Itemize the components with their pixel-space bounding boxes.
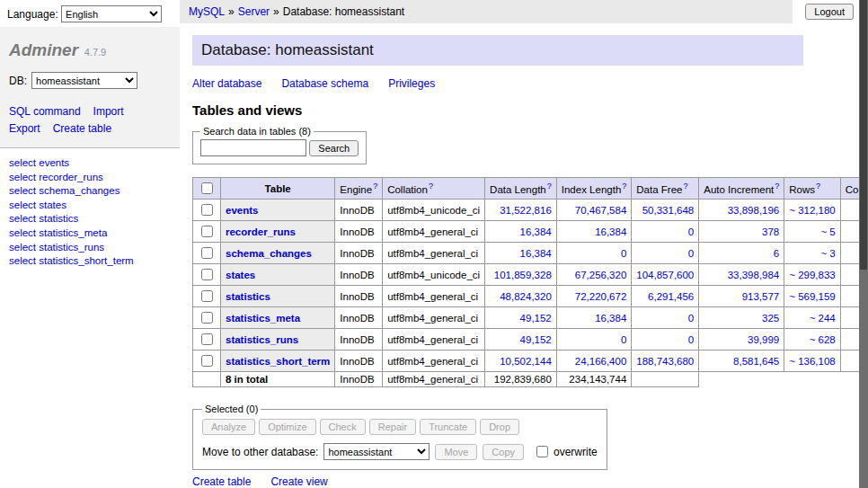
- cell-data-free: 6,291,456: [632, 286, 699, 307]
- sidebar-item-create-table[interactable]: Create table: [53, 122, 111, 135]
- cell-data-free: 0: [632, 221, 699, 243]
- row-checkbox[interactable]: [201, 333, 213, 345]
- table-name-link[interactable]: statistics: [226, 291, 270, 302]
- table-name-link[interactable]: statistics_short_term: [226, 356, 330, 367]
- sidebar-item-sql-command[interactable]: SQL command: [9, 105, 81, 118]
- database-schema-link[interactable]: Database schema: [281, 77, 368, 90]
- cell-engine: InnoDB: [335, 286, 383, 307]
- db-select[interactable]: homeassistant: [31, 72, 137, 89]
- alter-database-link[interactable]: Alter database: [192, 77, 261, 90]
- cell-data-free: 0: [632, 243, 699, 264]
- cell-auto-increment: 378: [699, 221, 784, 243]
- sidebar-item-select-schema-changes[interactable]: select schema_changes: [9, 185, 171, 198]
- help-link[interactable]: ?: [683, 182, 687, 191]
- help-link[interactable]: ?: [816, 182, 820, 191]
- row-checkbox[interactable]: [201, 204, 213, 216]
- repair-button[interactable]: Repair: [369, 419, 416, 435]
- help-link[interactable]: ?: [547, 182, 552, 191]
- rows-count-link[interactable]: ~ 5: [820, 226, 835, 237]
- cell-collation: utf8mb4_unicode_ci: [383, 264, 485, 286]
- sidebar-item-select-events[interactable]: select events: [9, 157, 171, 170]
- table-name-link[interactable]: recorder_runs: [226, 226, 296, 237]
- row-checkbox[interactable]: [201, 355, 213, 367]
- cell-rows: ~ 244: [784, 307, 840, 329]
- table-name-link[interactable]: states: [226, 270, 255, 280]
- drop-button[interactable]: Drop: [480, 419, 519, 435]
- search-button[interactable]: Search: [309, 140, 359, 156]
- rows-count-link[interactable]: ~ 244: [810, 313, 836, 324]
- cell-data-length: 16,384: [485, 243, 557, 264]
- help-link[interactable]: ?: [373, 182, 377, 191]
- cell-index-length: 24,166,400: [556, 350, 632, 372]
- cell-collation: utf8mb4_unicode_ci: [383, 200, 485, 221]
- table-name-link[interactable]: events: [226, 205, 258, 216]
- privileges-link[interactable]: Privileges: [388, 77, 435, 90]
- scrollbar-thumb[interactable]: [860, 0, 867, 270]
- breadcrumb-separator: »: [228, 5, 235, 18]
- analyze-button[interactable]: Analyze: [202, 419, 255, 435]
- col-header-table: Table: [221, 178, 335, 200]
- help-link[interactable]: ?: [429, 182, 433, 191]
- help-link[interactable]: ?: [775, 182, 779, 191]
- table-name-link[interactable]: statistics_meta: [226, 313, 300, 324]
- rows-count-link[interactable]: ~ 299,833: [789, 270, 835, 280]
- create-view-link[interactable]: Create view: [270, 475, 327, 488]
- move-database-select[interactable]: homeassistant: [323, 443, 430, 460]
- table-name-link[interactable]: schema_changes: [226, 248, 312, 259]
- row-checkbox[interactable]: [201, 312, 213, 324]
- app-name[interactable]: Adminer: [9, 40, 78, 59]
- cell-auto-increment: 33,398,984: [699, 264, 784, 286]
- sidebar-item-select-states[interactable]: select states: [9, 200, 171, 212]
- rows-count-link[interactable]: ~ 628: [810, 334, 836, 345]
- truncate-button[interactable]: Truncate: [420, 419, 476, 435]
- breadcrumb-link-mysql[interactable]: MySQL: [189, 5, 225, 18]
- total-index-length: 234,143,744: [556, 372, 632, 387]
- cell-rows: ~ 5: [784, 221, 840, 243]
- sidebar-item-select-statistics-meta[interactable]: select statistics_meta: [9, 227, 171, 240]
- row-checkbox[interactable]: [201, 290, 213, 302]
- app-version: 4.7.9: [84, 47, 106, 58]
- total-engine: InnoDB: [335, 372, 383, 387]
- create-table-link[interactable]: Create table: [192, 475, 251, 488]
- col-header-auto-increment: Auto Increment?: [699, 178, 784, 200]
- vertical-scrollbar[interactable]: [859, 0, 868, 488]
- logout-button[interactable]: Logout: [805, 4, 854, 20]
- rows-count-link[interactable]: ~ 136,108: [789, 356, 835, 367]
- optimize-button[interactable]: Optimize: [259, 419, 315, 435]
- sidebar-item-select-statistics-short-term[interactable]: select statistics_short_term: [9, 255, 171, 268]
- select-all-checkbox[interactable]: [201, 182, 213, 194]
- table-name-link[interactable]: statistics_runs: [226, 334, 298, 345]
- main-content: Database: homeassistant Alter databaseDa…: [180, 23, 859, 488]
- sidebar-item-export[interactable]: Export: [9, 122, 40, 135]
- cell-index-length: 0: [556, 243, 632, 264]
- row-checkbox[interactable]: [201, 226, 213, 237]
- sidebar-item-select-recorder-runs[interactable]: select recorder_runs: [9, 172, 171, 184]
- search-input[interactable]: [200, 139, 306, 156]
- check-button[interactable]: Check: [320, 419, 366, 435]
- total-data-length: 192,839,680: [485, 372, 557, 387]
- breadcrumb-link-server[interactable]: Server: [238, 5, 270, 18]
- cell-collation: utf8mb4_general_ci: [383, 350, 485, 372]
- move-button[interactable]: Move: [435, 444, 477, 460]
- cell-data-free: 0: [632, 329, 699, 350]
- row-checkbox[interactable]: [201, 269, 213, 280]
- rows-count-link[interactable]: ~ 569,159: [789, 291, 835, 302]
- sidebar-item-select-statistics-runs[interactable]: select statistics_runs: [9, 242, 171, 254]
- row-checkbox[interactable]: [201, 247, 213, 259]
- language-select[interactable]: English: [61, 5, 162, 22]
- sidebar-item-select-statistics[interactable]: select statistics: [9, 213, 171, 226]
- rows-count-link[interactable]: ~ 312,180: [789, 205, 835, 216]
- cell-collation: utf8mb4_general_ci: [383, 286, 485, 307]
- db-actions-row: Alter databaseDatabase schemaPrivileges: [192, 77, 859, 90]
- sidebar-item-import[interactable]: Import: [93, 105, 124, 118]
- cell-rows: ~ 136,108: [784, 350, 840, 372]
- breadcrumb-separator: »: [273, 5, 279, 18]
- overwrite-checkbox[interactable]: [536, 446, 548, 457]
- copy-button[interactable]: Copy: [483, 444, 524, 460]
- rows-count-link[interactable]: ~ 3: [820, 248, 835, 259]
- help-link[interactable]: ?: [622, 182, 626, 191]
- table-row: events InnoDB utf8mb4_unicode_ci 31,522,…: [193, 200, 868, 221]
- selected-legend: Selected (0): [202, 404, 261, 414]
- cell-index-length: 72,220,672: [556, 286, 632, 307]
- cell-auto-increment: 39,999: [699, 329, 784, 350]
